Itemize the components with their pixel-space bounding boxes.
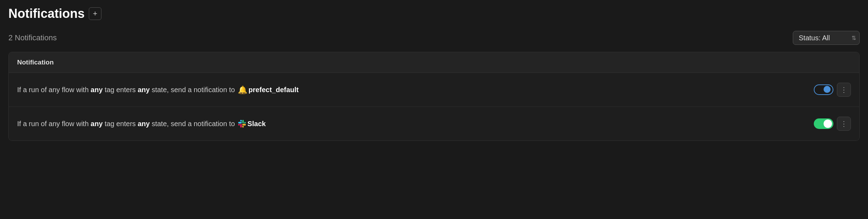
- row-text-2: If a run of any flow with any tag enters…: [17, 118, 266, 129]
- table-header: Notification: [9, 52, 859, 73]
- slack-icon: [238, 119, 246, 128]
- bell-icon: 🔔: [238, 84, 247, 96]
- page-container: Notifications + 2 Notifications Status: …: [0, 0, 868, 141]
- toolbar-row: 2 Notifications Status: All Status: Acti…: [8, 31, 860, 45]
- table-header-label: Notification: [17, 59, 54, 66]
- row-menu-button-1[interactable]: ⋮: [837, 83, 851, 97]
- row-any2-2: any: [138, 118, 150, 129]
- row-any2-1: any: [138, 84, 150, 95]
- notifications-table: Notification If a run of any flow with a…: [8, 52, 860, 141]
- row-text-mid2-1: state, send a notification to: [150, 84, 235, 95]
- row-text-mid1-2: tag enters: [103, 118, 138, 129]
- add-notification-button[interactable]: +: [89, 7, 101, 20]
- table-row: If a run of any flow with any tag enters…: [9, 73, 859, 107]
- row-text-prefix-1: If a run of any flow with: [17, 84, 91, 95]
- toggle-2[interactable]: [814, 118, 833, 129]
- page-title: Notifications: [8, 6, 85, 21]
- table-row: If a run of any flow with any tag enters…: [9, 107, 859, 141]
- header-row: Notifications +: [8, 6, 860, 21]
- status-filter-wrapper: Status: All Status: Active Status: Inact…: [793, 31, 860, 45]
- row-text-mid2-2: state, send a notification to: [150, 118, 235, 129]
- row-text-mid1-1: tag enters: [103, 84, 138, 95]
- toggle-slider-2: [814, 118, 833, 129]
- row-menu-button-2[interactable]: ⋮: [837, 117, 851, 131]
- notifications-count: 2 Notifications: [8, 33, 57, 42]
- toggle-slider-1: [814, 84, 833, 95]
- destination-name-1: prefect_default: [249, 84, 299, 95]
- row-controls-1: ⋮: [814, 83, 851, 97]
- row-any1-2: any: [91, 118, 102, 129]
- toggle-1[interactable]: [814, 84, 833, 95]
- destination-name-2: Slack: [248, 118, 266, 129]
- row-any1-1: any: [91, 84, 102, 95]
- row-text-prefix-2: If a run of any flow with: [17, 118, 91, 129]
- status-filter-select[interactable]: Status: All Status: Active Status: Inact…: [793, 31, 860, 45]
- row-text-1: If a run of any flow with any tag enters…: [17, 84, 299, 96]
- row-controls-2: ⋮: [814, 117, 851, 131]
